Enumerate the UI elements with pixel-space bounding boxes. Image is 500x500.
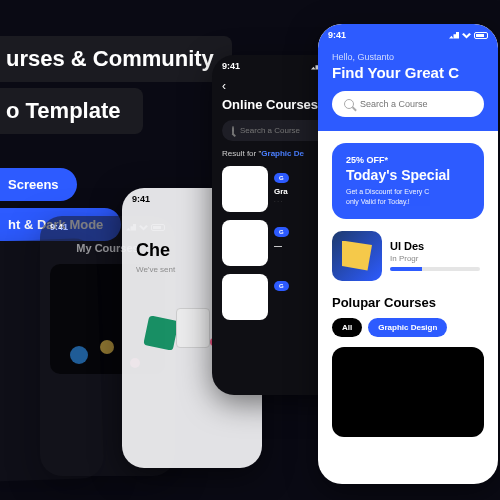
- promo-deal: Today's Special: [346, 167, 470, 183]
- headline-line2: o Template: [0, 88, 143, 134]
- hero-title: Find Your Great C: [332, 64, 498, 81]
- status-time: 9:41: [328, 30, 346, 40]
- status-icons: [449, 32, 488, 39]
- course-thumb: [222, 274, 268, 320]
- greeting: Hello, Gustanto: [332, 52, 498, 62]
- course-image: [332, 231, 382, 281]
- category-chip: G: [274, 227, 289, 237]
- course-thumb: [222, 220, 268, 266]
- course-name: UI Des: [390, 240, 480, 252]
- search-input[interactable]: [360, 99, 472, 109]
- category-chip: G: [274, 281, 289, 291]
- status-time: 9:41: [222, 61, 240, 71]
- current-course-card[interactable]: UI Des In Progr: [332, 231, 484, 281]
- search-bar[interactable]: [332, 91, 484, 117]
- promo-off: 25% OFF*: [346, 155, 470, 165]
- filter-pills: All Graphic Design: [332, 318, 498, 337]
- phone-mockup-home: 9:41 Hello, Gustanto Find Your Great C 2…: [318, 24, 498, 484]
- promo-card[interactable]: 25% OFF* Today's Special Get a Discount …: [332, 143, 484, 219]
- promo-desc: Get a Discount for Every Conly Valid for…: [346, 187, 470, 207]
- course-thumb: [222, 166, 268, 212]
- course-progress-label: In Progr: [390, 254, 480, 263]
- popular-course-card[interactable]: [332, 347, 484, 437]
- headline-line1: urses & Community: [0, 36, 232, 82]
- pill-graphic-design[interactable]: Graphic Design: [368, 318, 447, 337]
- status-time: 9:41: [50, 222, 68, 232]
- badge-screens: Screens: [0, 168, 77, 201]
- search-icon: [344, 99, 354, 109]
- pill-all[interactable]: All: [332, 318, 362, 337]
- progress-bar: [390, 267, 480, 271]
- popular-courses-heading: Polupar Courses: [332, 295, 498, 310]
- search-icon: [232, 126, 234, 135]
- category-chip: G: [274, 173, 289, 183]
- status-time: 9:41: [132, 194, 150, 204]
